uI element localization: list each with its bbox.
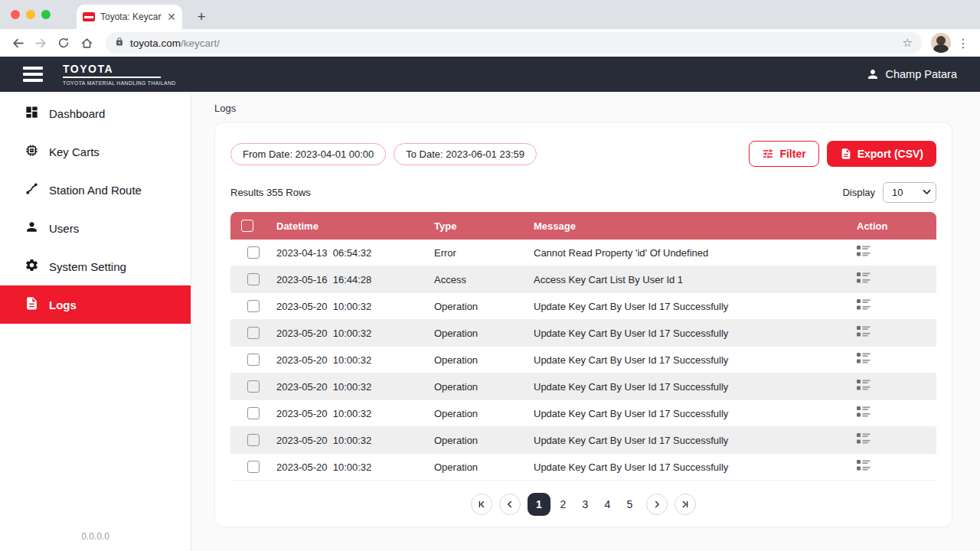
select-all-checkbox[interactable]	[241, 220, 253, 232]
export-csv-button[interactable]: Export (CSV)	[827, 141, 936, 167]
table-row: 2023-05-20 10:00:32 Operation Update Key…	[230, 347, 936, 373]
prev-page-button[interactable]	[499, 494, 521, 515]
window-minimize-button[interactable]	[26, 10, 35, 19]
row-checkbox[interactable]	[247, 407, 260, 419]
page-5-button[interactable]: 5	[620, 493, 639, 516]
cell-type: Operation	[423, 373, 523, 400]
detail-list-icon[interactable]	[857, 433, 871, 445]
profile-avatar[interactable]	[931, 33, 951, 53]
reload-icon[interactable]	[54, 33, 74, 53]
display-select[interactable]: 10	[883, 182, 936, 203]
sidebar-item-label: System Setting	[49, 260, 126, 273]
display-label: Display	[842, 187, 875, 198]
log-table-body: 2023-04-13 06:54:32 Error Cannot Read Pr…	[230, 240, 936, 481]
home-icon[interactable]	[77, 33, 96, 53]
sidebar-item-system-setting[interactable]: System Setting	[0, 247, 191, 285]
cell-type: Operation	[423, 320, 523, 347]
cell-message: Update Key Cart By User Id 17 Successful…	[523, 454, 846, 481]
cell-datetime: 2023-05-20 10:00:32	[266, 400, 423, 427]
detail-list-icon[interactable]	[857, 406, 871, 418]
cell-message: Update Key Cart By User Id 17 Successful…	[523, 293, 846, 320]
page-4-button[interactable]: 4	[598, 493, 617, 516]
sidebar-item-users[interactable]: Users	[0, 209, 191, 247]
row-checkbox[interactable]	[247, 434, 260, 446]
sidebar-item-label: Station And Route	[49, 184, 142, 197]
row-checkbox[interactable]	[247, 354, 260, 366]
sidebar-item-label: Dashboard	[49, 107, 105, 120]
window-zoom-button[interactable]	[41, 10, 51, 19]
chevron-right-icon	[652, 500, 662, 509]
user-icon	[24, 220, 39, 236]
window-controls	[11, 10, 51, 19]
browser-toolbar: toyota.com/keycart/ ☆ ⋮	[0, 29, 980, 57]
sidebar-item-key-carts[interactable]: Key Carts	[0, 132, 191, 171]
app-version: 0.0.0.0	[0, 531, 191, 542]
cell-datetime: 2023-05-20 10:00:32	[266, 320, 423, 347]
row-checkbox[interactable]	[247, 327, 260, 339]
sidebar-item-logs[interactable]: Logs	[0, 285, 191, 324]
detail-list-icon[interactable]	[857, 272, 871, 284]
page-3-button[interactable]: 3	[576, 493, 595, 516]
route-icon	[24, 181, 39, 198]
user-name: Champ Patara	[886, 68, 958, 80]
detail-list-icon[interactable]	[857, 326, 871, 337]
table-row: 2023-05-20 10:00:32 Operation Update Key…	[230, 454, 936, 481]
sidebar-item-label: Key Carts	[49, 145, 100, 158]
cell-datetime: 2023-05-20 10:00:32	[266, 293, 423, 320]
filter-button[interactable]: Filter	[749, 141, 818, 167]
row-checkbox[interactable]	[247, 461, 260, 473]
page-1-button[interactable]: 1	[528, 493, 550, 516]
url-bar[interactable]: toyota.com/keycart/ ☆	[106, 32, 922, 54]
col-message: Message	[523, 212, 846, 240]
from-date-chip[interactable]: From Date: 2023-04-01 00:00	[230, 143, 386, 165]
cell-type: Operation	[423, 400, 523, 427]
window-close-button[interactable]	[11, 10, 20, 19]
sidebar-item-station-and-route[interactable]: Station And Route	[0, 171, 191, 209]
row-checkbox[interactable]	[247, 273, 260, 285]
cell-message: Update Key Cart By User Id 17 Successful…	[523, 373, 846, 400]
brand-subtitle: TOYOTA MATERIAL HANDLING THAILAND	[63, 80, 176, 86]
app-header: TOYOTA TOYOTA MATERIAL HANDLING THAILAND…	[0, 57, 980, 92]
next-page-button[interactable]	[646, 494, 668, 515]
sliders-icon	[762, 148, 774, 160]
first-page-button[interactable]	[471, 494, 492, 515]
logs-card: From Date: 2023-04-01 00:00 To Date: 202…	[214, 122, 952, 527]
site-favicon-icon	[83, 12, 95, 21]
table-row: 2023-05-16 16:44:28 Access Access Key Ca…	[230, 266, 936, 293]
row-checkbox[interactable]	[247, 300, 260, 312]
tab-close-icon[interactable]: ✕	[167, 11, 176, 23]
table-row: 2023-05-20 10:00:32 Operation Update Key…	[230, 373, 936, 400]
page-2-button[interactable]: 2	[554, 493, 573, 516]
detail-list-icon[interactable]	[857, 380, 871, 391]
new-tab-button[interactable]: +	[191, 7, 211, 27]
cell-type: Operation	[423, 427, 523, 454]
gear-icon	[24, 258, 39, 275]
forward-icon[interactable]	[31, 33, 51, 53]
chip-icon	[24, 143, 39, 160]
browser-tab-strip: Toyota: Keycart ✕ +	[0, 0, 980, 29]
user-menu[interactable]: Champ Patara	[866, 67, 958, 81]
cell-message: Update Key Cart By User Id 17 Successful…	[523, 400, 846, 427]
lock-icon	[115, 36, 124, 50]
row-checkbox[interactable]	[247, 380, 260, 393]
sidebar-item-dashboard[interactable]: Dashboard	[0, 94, 191, 132]
cell-datetime: 2023-05-20 10:00:32	[266, 347, 423, 373]
to-date-chip[interactable]: To Date: 2023-06-01 23:59	[394, 143, 537, 165]
detail-list-icon[interactable]	[857, 246, 871, 257]
back-icon[interactable]	[8, 33, 28, 53]
sidebar-item-label: Users	[49, 222, 79, 235]
cell-type: Operation	[423, 293, 523, 320]
kebab-menu-icon[interactable]: ⋮	[954, 36, 972, 51]
detail-list-icon[interactable]	[857, 299, 871, 311]
browser-tab[interactable]: Toyota: Keycart ✕	[77, 5, 182, 29]
detail-list-icon[interactable]	[857, 460, 871, 471]
tab-title: Toyota: Keycart	[100, 11, 162, 22]
hamburger-icon[interactable]	[23, 67, 43, 82]
row-checkbox[interactable]	[247, 246, 260, 259]
table-row: 2023-05-20 10:00:32 Operation Update Key…	[230, 400, 936, 427]
star-icon[interactable]: ☆	[903, 36, 913, 50]
detail-list-icon[interactable]	[857, 353, 871, 364]
pagination: 12345	[230, 493, 936, 516]
last-page-button[interactable]	[675, 494, 696, 515]
cell-message: Update Key Cart By User Id 17 Successful…	[523, 320, 846, 347]
